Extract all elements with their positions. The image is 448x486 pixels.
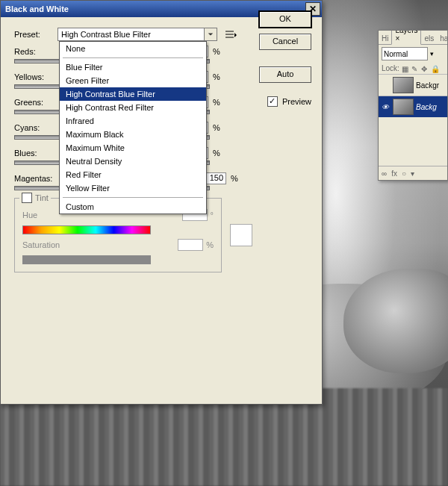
percent-unit: %	[213, 149, 220, 158]
saturation-value[interactable]	[178, 239, 203, 251]
layers-footer[interactable]: ∞fx○▾	[379, 166, 447, 180]
chevron-down-icon[interactable]: ▾	[430, 50, 434, 57]
lock-all-icon[interactable]: 🔒	[431, 65, 438, 72]
lock-label: Lock:	[382, 64, 399, 72]
cyans-label: Cyans:	[14, 123, 57, 132]
saturation-label: Saturation	[22, 240, 67, 249]
auto-button[interactable]: Auto	[259, 66, 311, 83]
preset-option[interactable]: Maximum White	[60, 141, 206, 155]
panel-tabs[interactable]: HiLayers ×elsha	[379, 31, 447, 45]
tint-label: Tint	[35, 193, 49, 202]
tint-color-swatch[interactable]	[230, 224, 252, 246]
blend-mode-select[interactable]: Normal	[382, 47, 428, 60]
layers-footer-icon[interactable]: ∞	[382, 169, 387, 178]
preview-label: Preview	[282, 97, 311, 106]
saturation-slider[interactable]	[22, 255, 151, 264]
percent-unit: %	[213, 98, 220, 107]
preview-checkbox[interactable]	[267, 96, 278, 107]
blend-mode-value: Normal	[384, 50, 408, 58]
yellows-label: Yellows:	[14, 72, 57, 81]
layers-footer-icon[interactable]: ○	[402, 169, 406, 178]
greens-label: Greens:	[14, 98, 57, 107]
lock-transparency-icon[interactable]: ▦	[402, 65, 409, 72]
cancel-button[interactable]: Cancel	[259, 34, 311, 50]
preset-option[interactable]: Red Filter	[60, 168, 206, 181]
blues-label: Blues:	[14, 149, 57, 158]
preset-option[interactable]: Maximum Black	[60, 128, 206, 141]
hue-slider[interactable]	[22, 225, 151, 234]
visibility-icon[interactable]: 👁	[380, 103, 391, 111]
preset-option[interactable]: High Contrast Blue Filter	[60, 87, 206, 101]
percent-unit: %	[231, 174, 238, 183]
preset-option[interactable]: Yellow Filter	[60, 181, 206, 195]
panel-tab[interactable]: Hi	[379, 33, 391, 44]
layer-name: Backgr	[416, 81, 439, 90]
lock-move-icon[interactable]: ✥	[421, 65, 429, 72]
preset-value: High Contrast Blue Filter	[61, 30, 151, 39]
dropdown-separator	[63, 57, 203, 58]
saturation-unit: %	[206, 240, 214, 249]
preset-option[interactable]: Green Filter	[60, 74, 206, 87]
preset-option[interactable]: High Contrast Red Filter	[60, 101, 206, 114]
dropdown-separator	[63, 197, 203, 198]
magentas-label: Magentas:	[14, 174, 57, 183]
panel-tab[interactable]: ha	[437, 33, 448, 44]
preset-combobox[interactable]: High Contrast Blue Filter	[57, 28, 217, 41]
hue-unit: °	[211, 211, 214, 219]
dialog-title: Black and White	[5, 4, 69, 13]
percent-unit: %	[213, 123, 220, 132]
preset-option[interactable]: Neutral Density	[60, 155, 206, 168]
layer-row[interactable]: 👁Backg	[379, 96, 447, 117]
reds-label: Reds:	[14, 47, 57, 56]
layer-row[interactable]: Backgr	[379, 74, 447, 96]
layers-footer-icon[interactable]: fx	[391, 169, 397, 178]
tint-checkbox[interactable]	[22, 193, 32, 203]
preset-menu-icon[interactable]	[223, 28, 238, 41]
dropdown-arrow-icon[interactable]	[204, 28, 217, 40]
panel-tab[interactable]: Layers ×	[391, 30, 421, 45]
panel-tab[interactable]: els	[421, 33, 437, 44]
percent-unit: %	[213, 47, 220, 56]
preset-dropdown-list[interactable]: NoneBlue FilterGreen FilterHigh Contrast…	[59, 41, 207, 214]
layers-footer-icon[interactable]: ▾	[411, 169, 414, 178]
percent-unit: %	[213, 72, 220, 81]
layers-panel[interactable]: HiLayers ×elsha Normal ▾ Lock: ▦ ✎ ✥ 🔒 B…	[378, 30, 448, 181]
preset-label: Preset:	[14, 30, 57, 39]
black-and-white-dialog: Black and White ✕ Preset: High Contrast …	[0, 0, 323, 405]
layer-thumbnail[interactable]	[393, 77, 414, 93]
ok-button[interactable]: OK	[259, 11, 311, 28]
preset-option[interactable]: None	[60, 42, 206, 55]
layer-name: Backg	[416, 103, 437, 111]
preset-option[interactable]: Blue Filter	[60, 60, 206, 74]
preset-option[interactable]: Infrared	[60, 114, 206, 128]
preset-option[interactable]: Custom	[60, 200, 206, 214]
layer-thumbnail[interactable]	[393, 99, 414, 115]
lock-brush-icon[interactable]: ✎	[411, 65, 419, 72]
